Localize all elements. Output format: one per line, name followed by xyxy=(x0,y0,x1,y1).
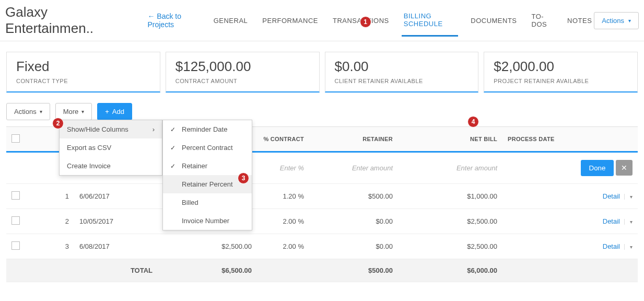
cell-pct: 2.00 % xyxy=(257,209,309,234)
tab-general[interactable]: GENERAL xyxy=(212,9,250,32)
row-checkbox[interactable] xyxy=(11,241,20,250)
annotation-4: 4 xyxy=(467,116,479,128)
totals-row: TOTAL $6,500.00 $500.00 $6,000.00 xyxy=(6,259,638,282)
cell-netbill: $1,000.00 xyxy=(398,184,502,209)
cell-retainer: $0.00 xyxy=(309,234,398,259)
menu-label: Retainer xyxy=(182,162,207,170)
more-menu: Show/Hide Columns › Export as CSV Create… xyxy=(59,120,162,176)
done-button[interactable]: Done xyxy=(581,160,614,176)
chevron-down-icon: ▾ xyxy=(628,18,631,24)
detail-link[interactable]: Detail xyxy=(603,217,620,225)
card-value: Fixed xyxy=(16,59,150,75)
tab-notes[interactable]: NOTES xyxy=(565,9,594,32)
toolbar-more-label: More xyxy=(63,108,79,115)
cell-num: 3 xyxy=(27,234,74,259)
menu-label: Export as CSV xyxy=(67,144,111,152)
card-contract-amount: $125,000.00 CONTRACT AMOUNT xyxy=(166,52,320,92)
table-row: 3 6/08/2017 $2,500.00 2.00 % $0.00 $2,50… xyxy=(6,234,638,259)
tab-performance[interactable]: PERFORMANCE xyxy=(260,9,320,32)
col-reminder-date[interactable]: Reminder Date xyxy=(163,120,252,138)
col-retainer: RETAINER xyxy=(309,127,398,152)
totals-retainer: $500.00 xyxy=(309,259,398,282)
menu-export-csv[interactable]: Export as CSV xyxy=(60,138,162,157)
col-billed[interactable]: Billed xyxy=(163,193,252,212)
row-checkbox[interactable] xyxy=(11,216,20,225)
add-button[interactable]: + Add xyxy=(97,103,132,120)
cell-date: 6/06/2017 xyxy=(74,184,158,209)
chevron-down-icon[interactable]: ▾ xyxy=(624,219,633,225)
col-retainer[interactable]: Retainer xyxy=(163,157,252,175)
detail-link[interactable]: Detail xyxy=(603,242,620,250)
card-label: CONTRACT TYPE xyxy=(16,78,150,84)
tab-billing-schedule[interactable]: BILLING SCHEDULE xyxy=(402,5,458,37)
header-bar: Galaxy Entertainmen.. Back to Projects G… xyxy=(0,0,644,41)
menu-create-invoice[interactable]: Create Invoice xyxy=(60,157,162,175)
totals-netbill: $6,000.00 xyxy=(398,259,502,282)
annotation-2: 2 xyxy=(52,118,64,129)
toolbar: Actions ▾ More ▾ + Add 2 Show/Hide Colum… xyxy=(0,98,644,120)
add-label: Add xyxy=(112,108,124,115)
chevron-down-icon: ▾ xyxy=(40,109,42,114)
cell-date: 10/05/2017 xyxy=(74,209,158,234)
cell-pct: 2.00 % xyxy=(257,234,309,259)
row-checkbox[interactable] xyxy=(11,191,20,200)
table-row: 1 6/06/2017 0.00 1.20 % $500.00 $1,000.0… xyxy=(6,184,638,209)
cell-num: 2 xyxy=(27,209,74,234)
chevron-down-icon: ▾ xyxy=(81,109,84,114)
back-to-projects-link[interactable]: Back to Projects xyxy=(147,12,206,29)
cell-netbill: $2,500.00 xyxy=(398,234,502,259)
tab-documents[interactable]: DOCUMENTS xyxy=(469,9,519,32)
annotation-3: 3 xyxy=(238,172,249,184)
annotation-1: 1 xyxy=(360,16,371,28)
header-actions-label: Actions xyxy=(602,17,624,25)
cell-retainer: $500.00 xyxy=(309,184,398,209)
col-percent-contract[interactable]: Percent Contract xyxy=(163,138,252,157)
summary-cards: Fixed CONTRACT TYPE $125,000.00 CONTRACT… xyxy=(0,41,644,98)
pct-input[interactable]: Enter % xyxy=(280,164,304,172)
col-process: PROCESS DATE xyxy=(502,127,570,152)
columns-submenu: Reminder Date Percent Contract Retainer … xyxy=(162,120,252,230)
cell-pct: 1.20 % xyxy=(257,184,309,209)
card-client-retainer: $0.00 CLIENT RETAINER AVAILABLE xyxy=(325,52,479,92)
card-project-retainer: $2,000.00 PROJECT RETAINER AVAILABLE xyxy=(484,52,638,92)
card-value: $2,000.00 xyxy=(494,59,628,75)
menu-label: Retainer Percent xyxy=(182,180,233,188)
cell-date: 6/08/2017 xyxy=(74,234,158,259)
select-all-checkbox[interactable] xyxy=(11,134,20,143)
card-label: PROJECT RETAINER AVAILABLE xyxy=(494,78,628,84)
cell-retainer: $0.00 xyxy=(309,209,398,234)
toolbar-actions-button[interactable]: Actions ▾ xyxy=(6,103,50,120)
card-label: CLIENT RETAINER AVAILABLE xyxy=(335,78,469,84)
tab-todos[interactable]: TO-DOS xyxy=(530,5,555,36)
retainer-input[interactable]: Enter amount xyxy=(352,164,393,172)
totals-label: TOTAL xyxy=(74,259,158,282)
menu-show-hide-columns[interactable]: Show/Hide Columns › xyxy=(60,120,162,138)
netbill-input[interactable]: Enter amount xyxy=(456,164,497,172)
close-button[interactable]: ✕ xyxy=(616,160,633,176)
card-contract-type: Fixed CONTRACT TYPE xyxy=(6,52,160,92)
card-value: $0.00 xyxy=(335,59,469,75)
header-actions-button[interactable]: Actions ▾ xyxy=(594,12,639,29)
menu-label: Percent Contract xyxy=(182,144,233,152)
chevron-down-icon[interactable]: ▾ xyxy=(624,244,633,250)
cell-num: 1 xyxy=(27,184,74,209)
tabs: GENERAL PERFORMANCE TRANSACTIONS BILLING… xyxy=(212,5,594,37)
menu-label: Show/Hide Columns xyxy=(67,125,128,133)
menu-label: Billed xyxy=(182,199,198,206)
table-row: 2 10/05/2017 0.00 2.00 % $0.00 $2,500.00… xyxy=(6,209,638,234)
col-invoice-number[interactable]: Invoice Number xyxy=(163,212,252,230)
project-title: Galaxy Entertainmen.. xyxy=(5,4,132,37)
chevron-right-icon: › xyxy=(153,125,155,133)
menu-label: Invoice Number xyxy=(182,217,229,225)
toolbar-more-button[interactable]: More ▾ xyxy=(55,103,92,120)
detail-link[interactable]: Detail xyxy=(603,192,620,200)
toolbar-actions-label: Actions xyxy=(14,108,37,115)
chevron-down-icon[interactable]: ▾ xyxy=(624,194,633,200)
menu-label: Reminder Date xyxy=(182,125,227,133)
col-netbill: NET BILL xyxy=(398,127,502,152)
menu-label: Create Invoice xyxy=(67,162,111,170)
totals-revenue: $6,500.00 xyxy=(158,259,257,282)
cell-netbill: $2,500.00 xyxy=(398,209,502,234)
card-value: $125,000.00 xyxy=(175,59,310,75)
card-label: CONTRACT AMOUNT xyxy=(175,78,310,84)
